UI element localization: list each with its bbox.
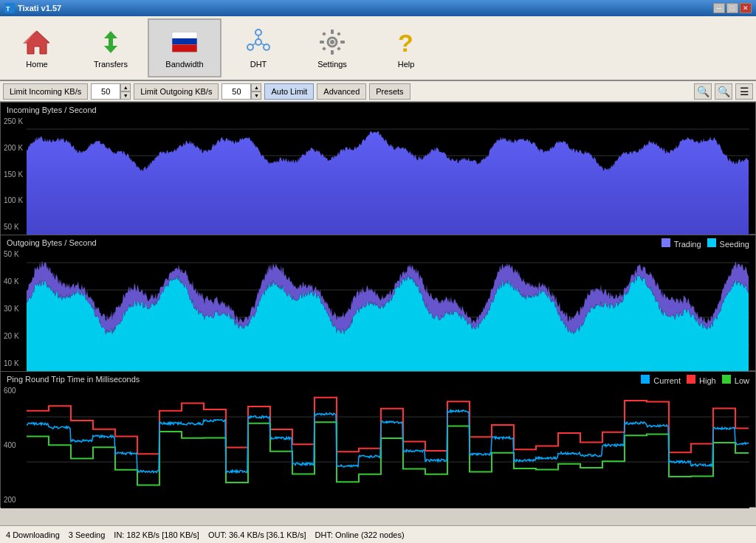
help-icon: ?: [391, 27, 421, 57]
toolbar-transfers[interactable]: Transfers: [74, 18, 148, 77]
out-rate-status: OUT: 36.4 KB/s [36.1 KB/s]: [208, 530, 306, 539]
svg-rect-20: [331, 50, 334, 55]
incoming-spinners: ▲ ▼: [120, 83, 131, 100]
incoming-value-input[interactable]: [91, 83, 120, 100]
ping-legend: Current High Low: [641, 375, 749, 385]
outgoing-spinners: ▲ ▼: [251, 83, 261, 100]
svg-marker-2: [24, 31, 49, 54]
svg-text:?: ?: [398, 29, 413, 56]
settings-label: Settings: [317, 60, 347, 69]
svg-rect-25: [322, 46, 326, 51]
ping-chart-label: Ping Round Trip Time in Milliseconds: [7, 375, 140, 384]
svg-rect-22: [340, 41, 345, 44]
incoming-y-labels: 250 K 200 K 150 K 100 K 50 K: [4, 103, 23, 234]
transfers-label: Transfers: [94, 60, 128, 69]
outgoing-chart: Outgoing Bytes / Second 50 K 40 K 30 K 2…: [0, 235, 756, 371]
settings-icon: [317, 27, 347, 57]
incoming-spin-down[interactable]: ▼: [120, 91, 131, 100]
svg-rect-7: [172, 32, 196, 38]
outgoing-value-input[interactable]: [221, 83, 251, 100]
auto-limit-button[interactable]: Auto Limit: [264, 83, 314, 100]
toolbar-bandwidth[interactable]: Bandwidth: [148, 18, 221, 77]
dht-label: DHT: [250, 60, 267, 69]
incoming-value-wrap: ▲ ▼: [91, 83, 131, 100]
toolbar: Home Transfers Ba: [0, 16, 756, 81]
outgoing-y-labels: 50 K 40 K 30 K 20 K 10 K: [4, 235, 19, 370]
toolbar-dht[interactable]: DHT: [221, 18, 295, 77]
outgoing-legend: Trading Seeding: [662, 238, 749, 249]
bandwidth-label: Bandwidth: [165, 60, 203, 69]
app-wrapper: T Tixati v1.57 ─ □ ✕ Home: [0, 0, 756, 543]
in-rate-status: IN: 182 KB/s [180 KB/s]: [114, 530, 199, 539]
svg-line-16: [252, 44, 255, 45]
status-bar: 4 Downloading 3 Seeding IN: 182 KB/s [18…: [0, 525, 756, 543]
svg-rect-19: [331, 30, 334, 34]
presets-button[interactable]: Presets: [369, 83, 410, 100]
minimize-button[interactable]: ─: [713, 3, 725, 13]
svg-marker-5: [104, 40, 117, 53]
ping-chart: Ping Round Trip Time in Milliseconds 600…: [0, 371, 756, 508]
charts-area: Incoming Bytes / Second 250 K 200 K 150 …: [0, 102, 756, 525]
controls-bar: Limit Incoming KB/s ▲ ▼ Limit Outgoing K…: [0, 81, 756, 102]
window-title: T Tixati v1.57: [4, 3, 61, 13]
limit-incoming-button[interactable]: Limit Incoming KB/s: [3, 83, 88, 100]
svg-rect-26: [337, 46, 341, 51]
menu-button[interactable]: ☰: [735, 83, 753, 100]
advanced-button[interactable]: Advanced: [317, 83, 366, 100]
outgoing-spin-down[interactable]: ▼: [251, 91, 261, 100]
close-button[interactable]: ✕: [740, 3, 752, 13]
svg-text:T: T: [6, 5, 10, 13]
zoom-in-button[interactable]: 🔍: [694, 83, 712, 100]
svg-point-18: [330, 40, 334, 44]
seeding-status: 3 Seeding: [69, 530, 106, 539]
svg-rect-9: [172, 44, 196, 52]
outgoing-chart-label: Outgoing Bytes / Second: [7, 238, 97, 247]
app-icon: T: [4, 3, 15, 13]
home-icon: [22, 27, 52, 57]
toolbar-help[interactable]: ? Help: [369, 18, 443, 77]
outgoing-value-wrap: ▲ ▼: [221, 83, 261, 100]
home-label: Home: [26, 60, 47, 69]
title-bar: T Tixati v1.57 ─ □ ✕: [0, 0, 756, 16]
dht-icon: [244, 27, 273, 57]
title-text: Tixati v1.57: [18, 4, 61, 13]
ping-y-labels: 600 400 200: [4, 372, 16, 507]
svg-point-10: [255, 39, 261, 45]
window-controls: ─ □ ✕: [713, 3, 752, 13]
svg-point-13: [247, 44, 253, 50]
help-label: Help: [398, 60, 415, 69]
incoming-spin-up[interactable]: ▲: [120, 83, 131, 91]
maximize-button[interactable]: □: [726, 3, 738, 13]
svg-rect-24: [337, 32, 341, 36]
svg-point-12: [264, 44, 269, 50]
svg-line-15: [261, 44, 264, 45]
incoming-chart: Incoming Bytes / Second 250 K 200 K 150 …: [0, 102, 756, 235]
zoom-out-button[interactable]: 🔍: [715, 83, 732, 100]
svg-rect-21: [320, 41, 324, 44]
svg-rect-23: [322, 32, 326, 36]
toolbar-home[interactable]: Home: [0, 18, 74, 77]
transfers-icon: [96, 27, 126, 57]
dht-status: DHT: Online (322 nodes): [315, 530, 405, 539]
limit-outgoing-button[interactable]: Limit Outgoing KB/s: [134, 83, 219, 100]
outgoing-spin-up[interactable]: ▲: [251, 83, 261, 91]
downloading-status: 4 Downloading: [6, 530, 60, 539]
bandwidth-icon: [170, 27, 199, 57]
svg-point-11: [255, 30, 261, 35]
svg-rect-8: [172, 38, 196, 44]
toolbar-settings[interactable]: Settings: [295, 18, 369, 77]
